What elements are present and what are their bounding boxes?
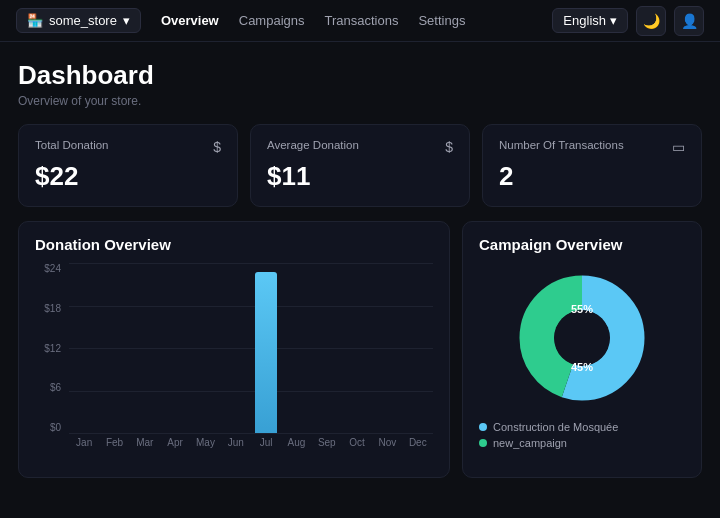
nav-overview[interactable]: Overview <box>161 9 219 32</box>
y-label-24: $24 <box>44 263 61 274</box>
bar-jul-fill <box>255 272 277 434</box>
x-label-aug: Aug <box>281 437 311 448</box>
donation-chart: $24 $18 $12 $6 $0 <box>35 263 433 463</box>
x-label-mar: Mar <box>130 437 160 448</box>
bars-container <box>69 263 433 433</box>
stat-card-avg-donation: Average Donation $ $11 <box>250 124 470 207</box>
bar-jan <box>71 263 101 433</box>
stat-tx-label: Number Of Transactions <box>499 139 624 151</box>
store-icon: 🏪 <box>27 13 43 28</box>
nav-right: English ▾ 🌙 👤 <box>552 6 704 36</box>
bar-aug <box>281 263 311 433</box>
campaign-overview-card: Campaign Overview 55% 45% Construction <box>462 221 702 478</box>
x-label-apr: Apr <box>160 437 190 448</box>
chart-content <box>69 263 433 433</box>
legend-item-new-campaign: new_campaign <box>479 437 685 449</box>
y-label-12: $12 <box>44 343 61 354</box>
grid-line-bottom <box>69 433 433 434</box>
pie-label-55: 55% <box>571 303 593 315</box>
x-label-jun: Jun <box>221 437 251 448</box>
language-chevron-icon: ▾ <box>610 13 617 28</box>
nav-campaigns[interactable]: Campaigns <box>239 9 305 32</box>
x-label-nov: Nov <box>372 437 402 448</box>
donation-overview-title: Donation Overview <box>35 236 433 253</box>
x-label-jul: Jul <box>251 437 281 448</box>
stat-avg-label: Average Donation <box>267 139 359 151</box>
stat-card-avg-header: Average Donation $ <box>267 139 453 155</box>
bar-dec <box>401 263 431 433</box>
stat-avg-value: $11 <box>267 161 453 192</box>
user-profile-button[interactable]: 👤 <box>674 6 704 36</box>
svg-point-2 <box>554 310 610 366</box>
stat-cards-row: Total Donation $ $22 Average Donation $ … <box>18 124 702 207</box>
chart-legend: Construction de Mosquée new_campaign <box>479 421 685 453</box>
stat-tx-icon: ▭ <box>672 139 685 155</box>
bar-nov <box>371 263 401 433</box>
nav-links: Overview Campaigns Transactions Settings <box>161 9 552 32</box>
stat-total-label: Total Donation <box>35 139 109 151</box>
bottom-row: Donation Overview $24 $18 $12 $6 $0 <box>18 221 702 478</box>
legend-label-new-campaign: new_campaign <box>493 437 567 449</box>
navbar: 🏪 some_store ▾ Overview Campaigns Transa… <box>0 0 720 42</box>
stat-total-value: $22 <box>35 161 221 192</box>
bar-mar <box>131 263 161 433</box>
theme-toggle-button[interactable]: 🌙 <box>636 6 666 36</box>
y-label-0: $0 <box>50 422 61 433</box>
language-label: English <box>563 13 606 28</box>
stat-card-tx-header: Number Of Transactions ▭ <box>499 139 685 155</box>
x-label-dec: Dec <box>403 437 433 448</box>
stat-card-total-donation: Total Donation $ $22 <box>18 124 238 207</box>
bar-jun <box>221 263 251 433</box>
pie-chart: 55% 45% <box>517 273 647 403</box>
legend-label-mosque: Construction de Mosquée <box>493 421 618 433</box>
language-selector[interactable]: English ▾ <box>552 8 628 33</box>
bar-apr <box>161 263 191 433</box>
y-axis: $24 $18 $12 $6 $0 <box>35 263 69 433</box>
nav-settings[interactable]: Settings <box>418 9 465 32</box>
x-label-may: May <box>190 437 220 448</box>
x-label-sep: Sep <box>312 437 342 448</box>
x-axis: Jan Feb Mar Apr May Jun Jul Aug Sep Oct … <box>35 437 433 448</box>
stat-avg-icon: $ <box>445 139 453 155</box>
stat-card-transactions: Number Of Transactions ▭ 2 <box>482 124 702 207</box>
dashboard-subtitle: Overview of your store. <box>18 94 702 108</box>
legend-item-mosque: Construction de Mosquée <box>479 421 685 433</box>
x-label-feb: Feb <box>99 437 129 448</box>
y-label-6: $6 <box>50 382 61 393</box>
x-label-jan: Jan <box>69 437 99 448</box>
bar-sep <box>311 263 341 433</box>
nav-transactions[interactable]: Transactions <box>325 9 399 32</box>
stat-card-header: Total Donation $ <box>35 139 221 155</box>
bar-may <box>191 263 221 433</box>
bar-jul <box>251 263 281 433</box>
y-label-18: $18 <box>44 303 61 314</box>
campaign-overview-title: Campaign Overview <box>479 236 622 253</box>
donation-overview-card: Donation Overview $24 $18 $12 $6 $0 <box>18 221 450 478</box>
legend-dot-mosque <box>479 423 487 431</box>
pie-svg <box>517 273 647 403</box>
store-selector[interactable]: 🏪 some_store ▾ <box>16 8 141 33</box>
pie-label-45: 45% <box>571 361 593 373</box>
bar-feb <box>101 263 131 433</box>
dashboard-title: Dashboard <box>18 60 702 91</box>
bar-oct <box>341 263 371 433</box>
legend-dot-new-campaign <box>479 439 487 447</box>
stat-tx-value: 2 <box>499 161 685 192</box>
store-name: some_store <box>49 13 117 28</box>
moon-icon: 🌙 <box>643 13 660 29</box>
stat-total-icon: $ <box>213 139 221 155</box>
store-chevron-icon: ▾ <box>123 13 130 28</box>
x-label-oct: Oct <box>342 437 372 448</box>
main-content: Dashboard Overview of your store. Total … <box>0 42 720 492</box>
user-icon: 👤 <box>681 13 698 29</box>
